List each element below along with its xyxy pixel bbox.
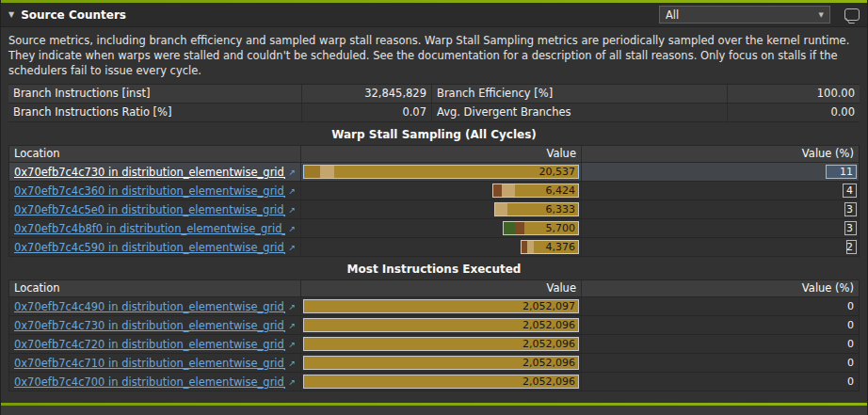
table-row[interactable]: 0x70efb7c4c360 in distribution_elementwi… xyxy=(9,182,859,200)
source-location-link[interactable]: 0x70efb7c4c360 in distribution_elementwi… xyxy=(14,184,285,198)
value-bar: 6,333 xyxy=(494,202,579,216)
value-cell: 2,052,096 xyxy=(301,335,582,353)
value-label: 2,052,096 xyxy=(522,375,575,388)
value-label: 4,376 xyxy=(546,241,576,253)
table-row[interactable]: 0x70efb7c4c720 in distribution_elementwi… xyxy=(9,335,859,354)
percent-bar: 2 xyxy=(846,240,857,254)
value-cell: 5,700 xyxy=(301,219,582,237)
external-link-icon[interactable]: ↗ xyxy=(288,359,296,368)
percent-cell: 11 xyxy=(582,163,859,181)
percent-label: 0 xyxy=(847,300,857,312)
instructions-table-title: Most Instructions Executed xyxy=(1,263,867,276)
section-title: Source Counters xyxy=(21,8,126,22)
external-link-icon[interactable]: ↗ xyxy=(288,377,296,387)
source-location-link[interactable]: 0x70efb7c4c730 in distribution_elementwi… xyxy=(14,319,285,332)
warp-stall-table-title: Warp Stall Sampling (All Cycles) xyxy=(1,128,867,141)
value-label: 2,052,096 xyxy=(522,357,575,369)
value-bar: 2,052,097 xyxy=(303,299,579,313)
percent-bar: 3 xyxy=(844,221,857,235)
external-link-icon[interactable]: ↗ xyxy=(288,205,296,215)
comment-icon[interactable] xyxy=(844,8,860,21)
table-row[interactable]: 0x70efb7c4c5e0 in distribution_elementwi… xyxy=(9,200,859,219)
value-cell: 2,052,097 xyxy=(301,297,582,315)
external-link-icon[interactable]: ↗ xyxy=(288,186,296,196)
source-location-link[interactable]: 0x70efb7c4c590 in distribution_elementwi… xyxy=(14,241,285,254)
external-link-icon[interactable]: ↗ xyxy=(288,168,296,177)
location-cell: 0x70efb7c4c720 in distribution_elementwi… xyxy=(9,335,301,353)
percent-bar: 11 xyxy=(826,165,857,179)
value-bar: 6,424 xyxy=(492,184,579,198)
location-cell: 0x70efb7c4c490 in distribution_elementwi… xyxy=(9,297,301,315)
percent-cell: 0 xyxy=(582,354,859,372)
value-cell: 6,333 xyxy=(301,200,582,218)
percent-label: 0 xyxy=(847,338,857,350)
percent-cell: 3 xyxy=(582,200,859,218)
value-bar: 2,052,096 xyxy=(303,375,579,389)
value-label: 5,700 xyxy=(546,222,576,234)
column-header-value: Value xyxy=(301,146,582,162)
source-location-link[interactable]: 0x70efb7c4c710 in distribution_elementwi… xyxy=(14,357,285,370)
location-cell: 0x70efb7c4c730 in distribution_elementwi… xyxy=(9,163,301,181)
metric-label: Branch Instructions Ratio [%] xyxy=(8,104,302,121)
bottom-spacer xyxy=(1,391,867,403)
table-header-row: Location Value Value (%) xyxy=(9,280,859,297)
percent-label: 0 xyxy=(847,357,857,369)
external-link-icon[interactable]: ↗ xyxy=(288,302,296,311)
table-row[interactable]: 0x70efb7c4c490 in distribution_elementwi… xyxy=(9,297,859,316)
value-bar: 2,052,096 xyxy=(303,318,579,332)
filter-dropdown-value: All xyxy=(666,8,819,22)
value-label: 2,052,097 xyxy=(522,300,575,312)
source-counters-panel: ▼ Source Counters All ▼ Source metrics, … xyxy=(0,0,868,415)
value-bar: 20,537 xyxy=(303,165,579,179)
location-cell: 0x70efb7c4c710 in distribution_elementwi… xyxy=(9,354,301,372)
percent-bar: 3 xyxy=(844,202,857,216)
location-cell: 0x70efb7c4c700 in distribution_elementwi… xyxy=(9,373,301,391)
value-cell: 2,052,096 xyxy=(301,373,582,391)
collapse-chevron-icon[interactable]: ▼ xyxy=(8,11,14,19)
column-header-location: Location xyxy=(9,280,301,296)
section-description: Source metrics, including branch efficie… xyxy=(1,27,867,84)
value-label: 6,333 xyxy=(546,203,576,215)
value-label: 2,052,096 xyxy=(522,319,575,331)
metric-label: Branch Efficiency [%] xyxy=(432,85,728,103)
value-label: 6,424 xyxy=(546,184,576,197)
location-cell: 0x70efb7c4c360 in distribution_elementwi… xyxy=(9,182,301,200)
table-row[interactable]: 0x70efb7c4c590 in distribution_elementwi… xyxy=(9,238,859,257)
bottom-strip xyxy=(1,406,867,415)
instructions-table: Location Value Value (%) 0x70efb7c4c490 … xyxy=(8,279,860,391)
value-cell: 2,052,096 xyxy=(301,316,582,334)
location-cell: 0x70efb7c4c730 in distribution_elementwi… xyxy=(9,316,301,334)
table-row[interactable]: 0x70efb7c4c700 in distribution_elementwi… xyxy=(9,373,859,391)
value-cell: 2,052,096 xyxy=(301,354,582,372)
column-header-value: Value xyxy=(301,280,582,296)
percent-cell: 2 xyxy=(582,238,859,256)
location-cell: 0x70efb7c4b8f0 in distribution_elementwi… xyxy=(9,219,301,237)
source-location-link[interactable]: 0x70efb7c4c490 in distribution_elementwi… xyxy=(14,300,285,313)
table-row[interactable]: 0x70efb7c4c730 in distribution_elementwi… xyxy=(9,163,859,182)
external-link-icon[interactable]: ↗ xyxy=(288,340,296,349)
source-location-link[interactable]: 0x70efb7c4c720 in distribution_elementwi… xyxy=(14,338,285,351)
filter-dropdown[interactable]: All ▼ xyxy=(659,6,830,24)
external-link-icon[interactable]: ↗ xyxy=(288,224,296,233)
table-header-row: Location Value Value (%) xyxy=(9,146,859,163)
source-location-link[interactable]: 0x70efb7c4c730 in distribution_elementwi… xyxy=(14,166,285,179)
metrics-row: Branch Instructions Ratio [%] 0.07 Avg. … xyxy=(8,104,860,122)
column-header-value-pct: Value (%) xyxy=(582,146,859,162)
table-row[interactable]: 0x70efb7c4c710 in distribution_elementwi… xyxy=(9,354,859,373)
location-cell: 0x70efb7c4c590 in distribution_elementwi… xyxy=(9,238,301,256)
external-link-icon[interactable]: ↗ xyxy=(288,243,296,252)
percent-cell: 0 xyxy=(582,316,859,334)
value-label: 2,052,096 xyxy=(522,338,575,350)
table-row[interactable]: 0x70efb7c4b8f0 in distribution_elementwi… xyxy=(9,219,859,238)
metric-value: 100.00 xyxy=(728,85,860,103)
section-header[interactable]: ▼ Source Counters All ▼ xyxy=(1,3,867,27)
dropdown-caret-icon: ▼ xyxy=(819,11,824,19)
source-location-link[interactable]: 0x70efb7c4b8f0 in distribution_elementwi… xyxy=(14,222,285,235)
warp-stall-table: Location Value Value (%) 0x70efb7c4c730 … xyxy=(8,145,860,257)
source-location-link[interactable]: 0x70efb7c4c5e0 in distribution_elementwi… xyxy=(14,203,285,216)
table-row[interactable]: 0x70efb7c4c730 in distribution_elementwi… xyxy=(9,316,859,335)
source-location-link[interactable]: 0x70efb7c4c700 in distribution_elementwi… xyxy=(14,375,285,389)
percent-label: 0 xyxy=(847,375,857,388)
external-link-icon[interactable]: ↗ xyxy=(288,321,296,330)
percent-label: 0 xyxy=(847,319,857,331)
